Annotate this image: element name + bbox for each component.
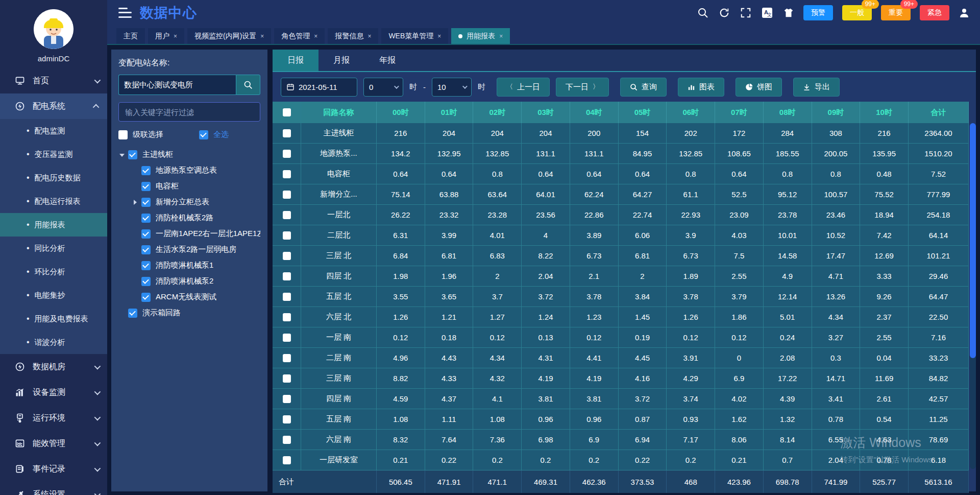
tree-node-一层南1APE2右一层北1APE1左[interactable]: 一层南1APE2右一层北1APE1左 [118, 226, 260, 242]
select-all-label[interactable]: 全选 [213, 130, 229, 139]
tree-node-消防喷淋机械泵2[interactable]: 消防喷淋机械泵2 [118, 273, 260, 289]
sidebar-item-6[interactable]: 事件记录 [0, 456, 107, 482]
submenu-item-电能集抄[interactable]: •电能集抄 [0, 284, 107, 307]
fullscreen-icon[interactable] [739, 6, 752, 19]
alert-button-重要[interactable]: 重要99+ [881, 5, 911, 20]
export-button[interactable]: 导出 [793, 78, 840, 97]
close-icon[interactable]: × [314, 33, 317, 40]
tree-node-演示箱回路[interactable]: 演示箱回路 [118, 305, 260, 321]
row-checkbox[interactable] [283, 252, 291, 260]
tab-用能报表[interactable]: 用能报表× [451, 28, 510, 44]
scrollbar-thumb[interactable] [970, 123, 976, 358]
tree-node-电容柜[interactable]: 电容柜 [118, 178, 260, 194]
table-row[interactable]: 电容柜0.640.640.80.640.640.640.80.640.80.80… [273, 164, 969, 184]
tab-报警信息[interactable]: 报警信息× [328, 28, 378, 44]
row-checkbox[interactable] [283, 354, 291, 362]
tree-checkbox[interactable] [141, 198, 151, 207]
tree-checkbox[interactable] [141, 166, 151, 175]
select-all-checkbox[interactable] [199, 130, 208, 139]
user-icon[interactable] [958, 6, 971, 19]
alert-button-预警[interactable]: 预警 [803, 5, 833, 20]
submenu-item-配电监测[interactable]: •配电监测 [0, 119, 107, 143]
submenu-item-用能及电费报表[interactable]: •用能及电费报表 [0, 307, 107, 331]
tree-checkbox[interactable] [141, 277, 151, 286]
tree-checkbox[interactable] [128, 150, 137, 159]
tree-node-ARCM无线表测试[interactable]: ARCM无线表测试 [118, 289, 260, 305]
submenu-item-谐波分析[interactable]: •谐波分析 [0, 331, 107, 354]
table-row[interactable]: 三层 北6.846.816.838.226.736.816.737.514.58… [273, 246, 969, 266]
tree-checkbox[interactable] [128, 309, 137, 318]
tree-checkbox[interactable] [141, 182, 151, 191]
row-checkbox[interactable] [283, 272, 291, 280]
row-checkbox[interactable] [283, 415, 291, 423]
table-row[interactable]: 二层北6.313.994.0143.896.063.94.0310.0110.5… [273, 225, 969, 246]
sidebar-item-7[interactable]: 系统设置 [0, 482, 107, 495]
row-checkbox[interactable] [283, 231, 291, 240]
table-row[interactable]: 五层 北3.553.653.73.723.783.843.783.7912.14… [273, 287, 969, 307]
tree-node-主进线柜[interactable]: 主进线柜 [118, 147, 260, 162]
submenu-item-同比分析[interactable]: •同比分析 [0, 237, 107, 260]
menu-toggle-icon[interactable] [118, 8, 132, 18]
tree-node-生活水泵2路一层弱电房[interactable]: 生活水泵2路一层弱电房 [118, 242, 260, 257]
query-button[interactable]: 查询 [620, 78, 667, 97]
row-checkbox[interactable] [283, 170, 291, 178]
table-row[interactable]: 主进线柜216204204204200154202172284308216236… [273, 123, 969, 144]
row-checkbox[interactable] [283, 211, 291, 219]
row-checkbox[interactable] [283, 374, 291, 383]
close-icon[interactable]: × [260, 33, 264, 40]
sidebar-item-1[interactable]: 配电系统 [0, 93, 107, 119]
sidebar-item-5[interactable]: 能效管理 [0, 431, 107, 456]
prev-day-button[interactable]: 〈上一日 [497, 78, 550, 97]
table-row[interactable]: 四层 南4.594.374.13.813.813.723.744.024.393… [273, 389, 969, 409]
table-row[interactable]: 三层 南8.824.334.324.194.194.164.296.917.22… [273, 368, 969, 389]
table-row[interactable]: 新增分立...75.1463.8863.6464.0162.2464.2761.… [273, 184, 969, 205]
station-search-button[interactable] [236, 75, 260, 95]
translate-icon[interactable]: A文 [761, 6, 774, 19]
table-row[interactable]: 一层北26.2223.3223.2823.5622.8622.7422.9323… [273, 205, 969, 225]
tab-用户[interactable]: 用户× [148, 28, 184, 44]
submenu-item-环比分析[interactable]: •环比分析 [0, 260, 107, 284]
caret-right-icon[interactable] [132, 199, 139, 206]
station-input[interactable] [118, 75, 236, 95]
cascade-checkbox[interactable] [118, 130, 128, 139]
tree-node-新增分立柜总表[interactable]: 新增分立柜总表 [118, 194, 260, 210]
close-icon[interactable]: × [174, 33, 177, 40]
theme-icon[interactable] [782, 6, 795, 19]
table-row[interactable]: 二层 南4.964.434.344.314.414.453.9102.080.3… [273, 348, 969, 368]
pie-button[interactable]: 饼图 [736, 78, 782, 97]
close-icon[interactable]: × [437, 33, 441, 40]
row-checkbox[interactable] [283, 436, 291, 444]
row-checkbox[interactable] [283, 456, 291, 464]
row-checkbox[interactable] [283, 313, 291, 321]
submenu-item-配电历史数据[interactable]: •配电历史数据 [0, 166, 107, 190]
table-row[interactable]: 四层 北1.981.9622.042.121.892.554.94.713.33… [273, 266, 969, 287]
submenu-item-用能报表[interactable]: •用能报表 [0, 213, 107, 237]
tree-node-地源热泵空调总表[interactable]: 地源热泵空调总表 [118, 162, 260, 178]
row-checkbox[interactable] [283, 129, 291, 137]
sidebar-item-3[interactable]: 设备监测 [0, 380, 107, 405]
next-day-button[interactable]: 下一日〉 [556, 78, 609, 97]
tree-checkbox[interactable] [141, 229, 151, 239]
alert-button-紧急[interactable]: 紧急 [920, 5, 949, 20]
close-icon[interactable]: × [499, 33, 503, 40]
table-row[interactable]: 六层 北1.261.211.271.241.231.451.261.865.01… [273, 307, 969, 327]
row-checkbox[interactable] [283, 191, 291, 199]
alert-button-一般[interactable]: 一般99+ [842, 5, 872, 20]
row-checkbox[interactable] [283, 334, 291, 342]
row-checkbox[interactable] [283, 395, 291, 403]
report-tab-月报[interactable]: 月报 [318, 50, 364, 71]
sidebar-item-2[interactable]: 数据机房 [0, 354, 107, 380]
select-all-rows-checkbox[interactable] [283, 108, 291, 116]
search-icon[interactable] [696, 6, 709, 19]
hour-to-select[interactable]: 10 [432, 78, 472, 97]
row-checkbox[interactable] [283, 293, 291, 301]
sidebar-item-0[interactable]: 首页 [0, 68, 107, 93]
tree-node-消防喷淋机械泵1[interactable]: 消防喷淋机械泵1 [118, 257, 260, 273]
submenu-item-配电运行报表[interactable]: •配电运行报表 [0, 190, 107, 213]
report-tab-年报[interactable]: 年报 [364, 50, 410, 71]
tree-checkbox[interactable] [141, 261, 151, 270]
keyword-filter-input[interactable] [118, 102, 260, 122]
tab-WEB菜单管理[interactable]: WEB菜单管理× [381, 28, 448, 44]
row-checkbox[interactable] [283, 150, 291, 158]
date-picker[interactable]: 2021-05-11 [281, 78, 357, 97]
